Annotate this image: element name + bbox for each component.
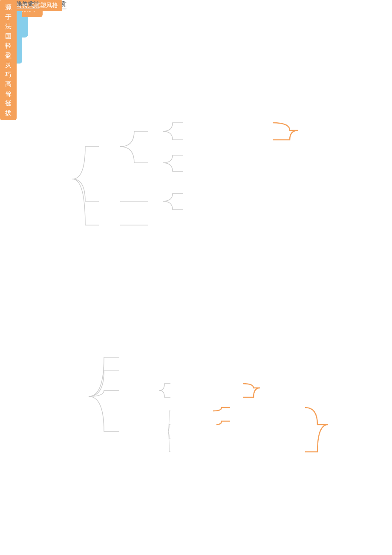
connector-lines-2 [0,0,392,512]
badge-gothic-desc: 源于法国 轻盈灵巧 高耸挺拔 [0,0,17,120]
connector-lines-1 [0,0,392,256]
